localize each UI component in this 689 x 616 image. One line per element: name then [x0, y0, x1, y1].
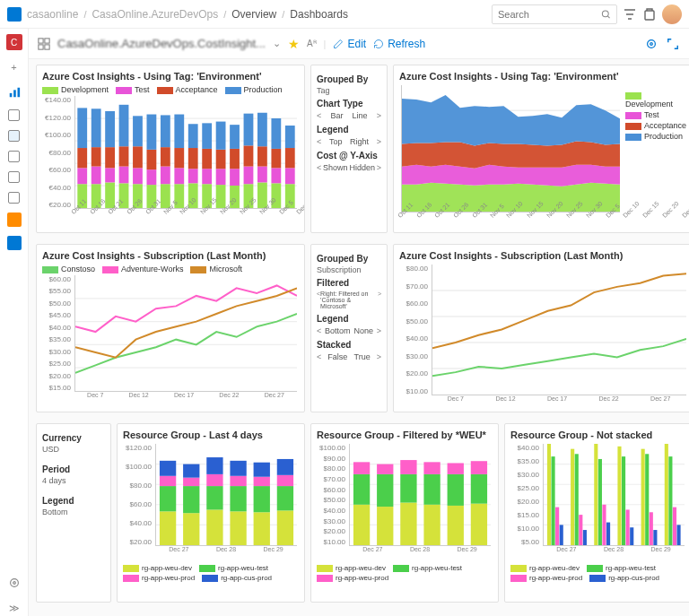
- svg-rect-7: [39, 38, 43, 42]
- svg-rect-165: [650, 512, 653, 545]
- svg-rect-127: [353, 462, 370, 474]
- widget-title: Azure Cost Insights - Using Tag: 'Enviro…: [42, 71, 299, 82]
- search-input[interactable]: [498, 9, 601, 20]
- svg-rect-24: [92, 108, 101, 147]
- legend: Development Test Acceptance Production: [42, 85, 299, 94]
- widget-title: Resource Group - Last 4 days: [123, 429, 299, 440]
- svg-rect-34: [133, 168, 143, 184]
- svg-rect-47: [174, 148, 184, 168]
- svg-rect-4: [17, 88, 20, 98]
- legend-toggle[interactable]: TopRight: [317, 136, 381, 147]
- svg-rect-40: [147, 115, 157, 150]
- boards-icon[interactable]: [8, 109, 20, 121]
- search-icon: [601, 9, 611, 20]
- svg-rect-97: [160, 511, 176, 545]
- svg-rect-50: [188, 169, 198, 183]
- svg-rect-46: [174, 168, 184, 184]
- svg-rect-163: [641, 449, 645, 545]
- stack-toggle[interactable]: FalseTrue: [317, 351, 381, 362]
- svg-rect-100: [160, 461, 176, 476]
- breadcrumb-project[interactable]: CasaOnline.AzureDevOps: [92, 8, 218, 21]
- dashboards-icon[interactable]: [8, 130, 20, 142]
- svg-rect-39: [147, 150, 157, 169]
- svg-rect-48: [174, 115, 184, 149]
- svg-rect-67: [244, 145, 254, 166]
- widget-rg-last4days[interactable]: Resource Group - Last 4 days $120.00$100…: [117, 423, 305, 603]
- chart-type-toggle[interactable]: BarLine: [317, 110, 381, 121]
- svg-rect-10: [45, 44, 49, 48]
- chart-area: $100.00$90.00$80.00$70.00$60.00$50.00$40…: [317, 444, 493, 559]
- refresh-button[interactable]: Refresh: [373, 38, 425, 50]
- search-box[interactable]: [492, 4, 617, 24]
- svg-rect-72: [257, 113, 267, 147]
- collapse-icon[interactable]: ≫: [6, 600, 22, 616]
- azure-devops-logo-icon[interactable]: [7, 7, 22, 22]
- svg-rect-164: [645, 454, 649, 545]
- svg-rect-28: [105, 111, 115, 147]
- add-icon[interactable]: +: [6, 59, 22, 75]
- dashboard-title[interactable]: CasaOnline.AzureDevOps.CostInsight...: [57, 37, 266, 50]
- widget-rg-notstacked[interactable]: Resource Group - Not stacked $40.00$35.0…: [504, 423, 689, 603]
- svg-rect-104: [183, 464, 199, 478]
- configure-icon[interactable]: [644, 37, 658, 51]
- left-nav: C + ≫: [0, 29, 29, 616]
- svg-rect-136: [423, 462, 440, 474]
- svg-rect-139: [448, 463, 464, 473]
- settings-icon[interactable]: [6, 575, 22, 591]
- widget-sub-line2[interactable]: Azure Cost Insights - Subscription (Last…: [393, 244, 689, 412]
- svg-rect-1: [645, 11, 654, 20]
- svg-rect-64: [230, 125, 240, 149]
- filter-toggle[interactable]: Right: Filtered on 'Contoso & Microsoft': [317, 290, 381, 310]
- svg-rect-9: [39, 44, 43, 48]
- legend: rg-app-weu-devrg-app-weu-test rg-app-weu…: [317, 564, 493, 582]
- widget-rg-filtered[interactable]: Resource Group - Filtered by *WEU* $100.…: [310, 423, 499, 603]
- svg-rect-2: [9, 93, 12, 97]
- team-icon[interactable]: Aᴿ: [307, 39, 317, 48]
- widget-env-area[interactable]: Azure Cost Insights - Using Tag: 'Enviro…: [393, 65, 689, 233]
- widget-title: Resource Group - Not stacked: [510, 429, 686, 440]
- repos-icon[interactable]: [8, 151, 20, 162]
- breadcrumb-org[interactable]: casaonline: [27, 8, 78, 21]
- svg-rect-129: [377, 474, 393, 507]
- svg-rect-132: [400, 474, 416, 503]
- favorite-icon[interactable]: ★: [288, 37, 300, 51]
- test-plans-icon[interactable]: [8, 192, 20, 204]
- svg-rect-142: [471, 461, 487, 474]
- cost-toggle[interactable]: ShownHidden: [317, 162, 381, 173]
- user-avatar[interactable]: [662, 4, 682, 24]
- widget-sub-line1[interactable]: Azure Cost Insights - Subscription (Last…: [36, 244, 305, 412]
- svg-rect-70: [257, 167, 267, 183]
- svg-rect-3: [13, 90, 16, 97]
- svg-rect-133: [400, 460, 416, 474]
- legend-toggle[interactable]: BottomNone: [317, 325, 381, 336]
- widget-left-options: CurrencyUSD Period4 days LegendBottom: [36, 423, 111, 603]
- svg-rect-22: [92, 167, 101, 185]
- filter-icon[interactable]: [623, 7, 637, 22]
- svg-rect-149: [555, 508, 559, 545]
- project-icon[interactable]: C: [6, 34, 22, 50]
- edit-button[interactable]: Edit: [333, 38, 366, 50]
- artifacts-icon[interactable]: [7, 213, 22, 227]
- fullscreen-icon[interactable]: [666, 37, 680, 51]
- svg-rect-106: [206, 486, 222, 509]
- svg-rect-56: [202, 123, 212, 149]
- svg-rect-125: [353, 505, 370, 545]
- breadcrumb-dashboards[interactable]: Dashboards: [290, 8, 348, 21]
- svg-rect-110: [230, 486, 246, 511]
- svg-rect-74: [271, 168, 281, 183]
- svg-rect-128: [377, 507, 393, 545]
- svg-rect-62: [230, 169, 240, 186]
- svg-rect-32: [119, 105, 129, 146]
- widget-env-bar[interactable]: Azure Cost Insights - Using Tag: 'Enviro…: [36, 65, 305, 233]
- svg-rect-19: [77, 148, 87, 168]
- dashboard-icon: [38, 38, 50, 50]
- extension-icon[interactable]: [7, 236, 22, 250]
- svg-rect-157: [602, 505, 606, 545]
- pipelines-icon[interactable]: [8, 171, 20, 183]
- chevron-down-icon[interactable]: ⌄: [273, 38, 281, 49]
- svg-rect-160: [622, 456, 625, 545]
- svg-rect-151: [571, 449, 574, 545]
- breadcrumb-overview[interactable]: Overview: [231, 8, 276, 21]
- overview-icon[interactable]: [6, 84, 22, 100]
- marketplace-icon[interactable]: [642, 7, 657, 22]
